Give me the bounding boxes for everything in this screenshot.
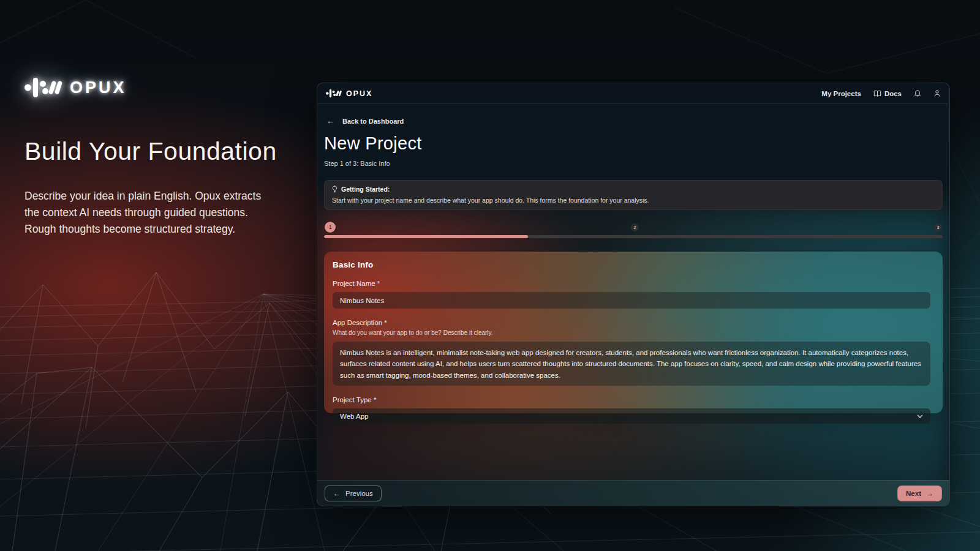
app-description-helper: What do you want your app to do or be? D… [333, 329, 930, 336]
getting-started-callout: Getting Started: Start with your project… [324, 180, 943, 210]
app-description-label: App Description * [333, 319, 930, 326]
wizard-footer: ← Previous Next → [317, 480, 949, 506]
previous-button[interactable]: ← Previous [325, 485, 382, 501]
previous-button-label: Previous [345, 490, 373, 497]
app-navbar: OPUX My Projects Docs [317, 83, 949, 104]
nav-my-projects-link[interactable]: My Projects [821, 90, 861, 97]
opux-logo-icon-small [326, 89, 342, 98]
opux-logo-icon [24, 77, 62, 98]
hero-description: Describe your idea in plain English. Opu… [24, 188, 270, 238]
brand-logo: OPUX [24, 77, 282, 98]
navbar-brand-label: OPUX [346, 89, 372, 98]
project-name-label: Project Name * [333, 280, 930, 287]
project-type-label: Project Type * [333, 396, 930, 403]
chevron-down-icon [917, 414, 923, 418]
app-description-textarea[interactable]: Nimbus Notes is an intelligent, minimali… [333, 342, 930, 386]
step-2-badge[interactable]: 2 [631, 223, 639, 231]
book-icon [873, 90, 881, 97]
project-name-input[interactable] [333, 292, 930, 309]
page-background: OPUX Build Your Foundation Describe your… [0, 0, 980, 551]
callout-body: Start with your project name and describ… [332, 197, 935, 204]
stepper: 1 2 3 [324, 222, 943, 233]
arrow-left-icon: ← [333, 489, 341, 498]
navbar-actions: My Projects Docs [821, 89, 941, 97]
progress-fill [324, 235, 528, 238]
hero-panel: OPUX Build Your Foundation Describe your… [24, 77, 282, 238]
user-account-icon[interactable] [933, 89, 941, 97]
callout-title-row: Getting Started: [332, 186, 935, 193]
step-indicator-text: Step 1 of 3: Basic Info [324, 160, 943, 167]
next-button[interactable]: Next → [897, 485, 942, 501]
project-type-select[interactable]: Web App [333, 408, 930, 424]
notifications-bell-icon[interactable] [914, 89, 921, 97]
arrow-right-icon: → [926, 489, 933, 498]
back-to-dashboard-link[interactable]: ← Back to Dashboard [324, 116, 943, 126]
project-type-value: Web App [340, 413, 368, 420]
lightbulb-icon [332, 186, 337, 193]
step-1-badge[interactable]: 1 [325, 222, 336, 233]
window-content: ← Back to Dashboard New Project Step 1 o… [317, 116, 949, 413]
nav-docs-label: Docs [884, 90, 902, 97]
card-title: Basic Info [333, 260, 930, 269]
hero-headline: Build Your Foundation [24, 137, 282, 166]
step-3-badge[interactable]: 3 [934, 223, 942, 231]
progress-bar [324, 235, 943, 238]
app-window: OPUX My Projects Docs [317, 83, 950, 506]
next-button-label: Next [906, 490, 921, 497]
nav-docs-link[interactable]: Docs [873, 90, 902, 97]
navbar-brand[interactable]: OPUX [326, 89, 372, 98]
page-title: New Project [324, 133, 943, 154]
brand-wordmark: OPUX [70, 78, 127, 97]
basic-info-card: Basic Info Project Name * App Descriptio… [324, 252, 943, 413]
callout-title: Getting Started: [341, 186, 390, 193]
back-link-label: Back to Dashboard [342, 118, 404, 125]
back-arrow-icon: ← [326, 116, 334, 126]
